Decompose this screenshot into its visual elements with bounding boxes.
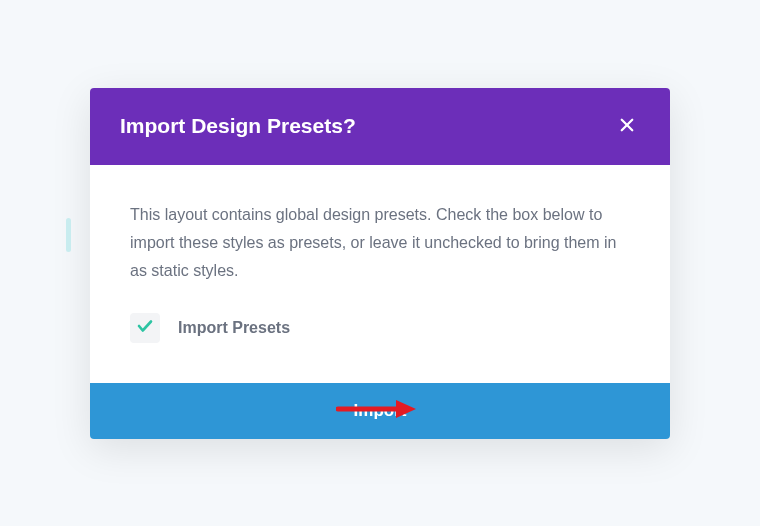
modal-title: Import Design Presets? bbox=[120, 114, 356, 138]
checkmark-icon bbox=[136, 317, 154, 339]
import-button-label: Import bbox=[354, 401, 407, 420]
close-button[interactable] bbox=[614, 112, 640, 141]
close-icon bbox=[618, 116, 636, 137]
import-button[interactable]: Import bbox=[90, 383, 670, 439]
checkbox-row: Import Presets bbox=[130, 313, 630, 343]
modal-body: This layout contains global design prese… bbox=[90, 165, 670, 383]
modal-header: Import Design Presets? bbox=[90, 88, 670, 165]
checkbox-label: Import Presets bbox=[178, 319, 290, 337]
import-presets-checkbox[interactable] bbox=[130, 313, 160, 343]
import-presets-modal: Import Design Presets? This layout conta… bbox=[90, 88, 670, 439]
left-accent-bar bbox=[66, 218, 71, 252]
modal-description: This layout contains global design prese… bbox=[130, 201, 630, 285]
